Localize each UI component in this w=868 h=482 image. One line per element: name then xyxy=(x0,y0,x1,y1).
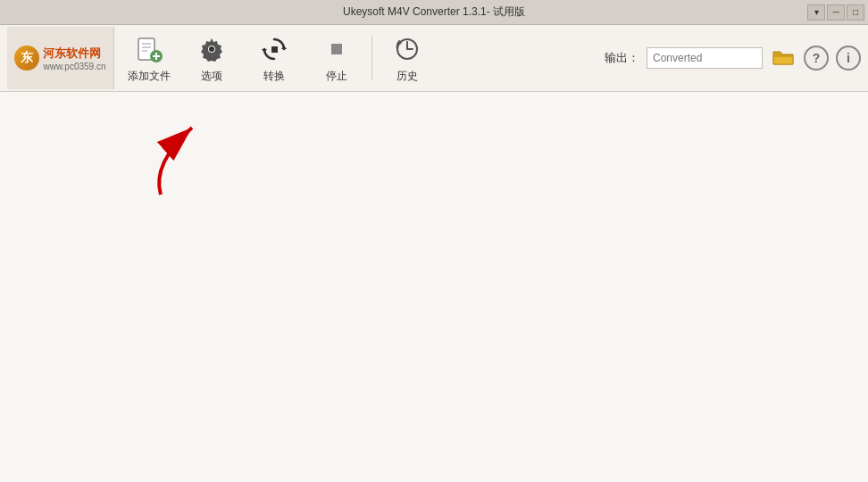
history-icon xyxy=(391,33,423,65)
maximize-btn[interactable]: □ xyxy=(847,4,864,21)
convert-icon xyxy=(258,33,290,65)
output-section: 输出： ? i xyxy=(605,46,861,71)
logo-top: 东 河东软件网 www.pc0359.cn xyxy=(14,46,105,71)
svg-marker-11 xyxy=(281,46,287,49)
svg-rect-16 xyxy=(773,56,793,64)
logo-brand: 东 河东软件网 www.pc0359.cn xyxy=(14,46,105,71)
options-label: 选项 xyxy=(201,69,222,84)
stop-label: 停止 xyxy=(326,69,347,84)
svg-rect-10 xyxy=(271,46,278,53)
logo-text-sub: www.pc0359.cn xyxy=(43,62,105,71)
output-path-input[interactable] xyxy=(647,47,763,69)
annotation-arrow xyxy=(89,110,214,208)
minimize-btn[interactable]: ─ xyxy=(827,4,845,21)
output-label: 输出： xyxy=(605,50,639,66)
add-file-label: 添加文件 xyxy=(128,69,171,84)
dropdown-btn[interactable]: ▾ xyxy=(807,4,825,21)
logo-area: 东 河东软件网 www.pc0359.cn xyxy=(7,27,114,89)
logo-text-main: 河东软件网 xyxy=(43,46,105,62)
info-button[interactable]: i xyxy=(836,46,861,71)
stop-button[interactable]: 停止 xyxy=(305,27,368,89)
svg-rect-13 xyxy=(331,44,342,54)
history-button[interactable]: 历史 xyxy=(376,27,438,89)
svg-point-9 xyxy=(209,46,214,52)
help-button[interactable]: ? xyxy=(804,46,829,71)
main-content xyxy=(0,92,868,482)
convert-button[interactable]: 转换 xyxy=(243,27,305,89)
svg-marker-12 xyxy=(262,49,267,53)
window-title: Ukeysoft M4V Converter 1.3.1- 试用版 xyxy=(343,4,525,20)
add-file-icon xyxy=(133,33,165,65)
title-bar: Ukeysoft M4V Converter 1.3.1- 试用版 ▾ ─ □ xyxy=(0,0,868,25)
history-label: 历史 xyxy=(396,69,418,84)
gear-icon xyxy=(196,33,228,65)
add-file-button[interactable]: 添加文件 xyxy=(118,27,180,89)
options-button[interactable]: 选项 xyxy=(180,27,243,89)
window-controls: ▾ ─ □ xyxy=(807,4,864,21)
convert-label: 转换 xyxy=(263,69,285,84)
stop-icon xyxy=(321,33,353,65)
browse-folder-button[interactable] xyxy=(770,47,797,69)
toolbar-separator xyxy=(371,36,372,80)
logo-icon: 东 xyxy=(14,46,39,71)
toolbar: 东 河东软件网 www.pc0359.cn 添加文件 xyxy=(0,25,868,92)
